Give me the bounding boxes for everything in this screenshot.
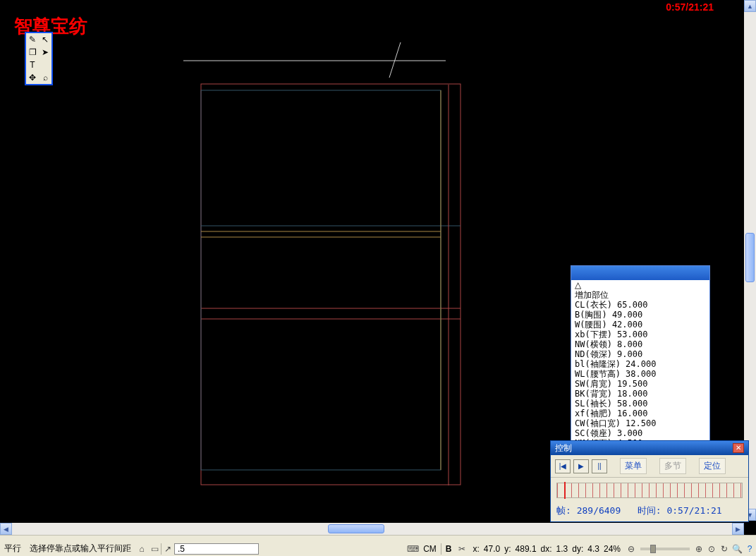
timeline[interactable] <box>556 483 743 498</box>
dy-label: dy: <box>568 544 587 554</box>
hscroll-thumb[interactable] <box>328 524 384 533</box>
play-button[interactable]: ▶ <box>573 459 589 473</box>
y-value: 489.1 <box>516 544 537 554</box>
control-toolbar: |◀ ▶ || 菜单 多节 定位 <box>551 455 748 478</box>
time-value: 0:57/21:21 <box>666 505 721 516</box>
status-bar: 平行 选择停靠点或输入平行间距 ⌂ ▭ ↗ ⌨ CM B ✂ x: 47.0 y… <box>0 535 756 556</box>
search-icon[interactable]: 🔍 <box>731 543 743 555</box>
menu-button[interactable]: 菜单 <box>620 458 647 474</box>
control-title: 控制 <box>555 442 572 454</box>
rewind-button[interactable]: |◀ <box>555 459 571 473</box>
select-tool[interactable]: ➤ <box>39 46 51 59</box>
timeline-position[interactable] <box>564 482 566 499</box>
control-titlebar[interactable]: 控制 ✕ <box>551 441 748 455</box>
copy-tool[interactable]: ❐ <box>26 46 39 59</box>
measurements-panel[interactable]: △ 增加部位 CL(衣长) 65.000B(胸围) 49.000W(腰围) 42… <box>571 265 710 449</box>
measurements-header: 增加部位 <box>571 290 709 300</box>
zoom-slider[interactable] <box>640 548 690 550</box>
zoom-value: 24% <box>599 544 625 554</box>
pen-tool[interactable]: ✎ <box>26 33 39 46</box>
scroll-left-icon[interactable]: ◀ <box>0 523 12 535</box>
x-value: 47.0 <box>484 544 500 554</box>
text-tool[interactable]: T <box>26 59 39 71</box>
measurements-rows: CL(衣长) 65.000B(胸围) 49.000W(腰围) 42.000xb(… <box>571 300 709 449</box>
fit-icon[interactable]: ⊙ <box>705 543 718 555</box>
measurement-row[interactable]: W(腰围) 42.000 <box>571 320 709 330</box>
hint-text: 选择停靠点或输入平行间距 <box>25 543 135 555</box>
dx-value: 1.3 <box>556 544 568 554</box>
zoom-slider-knob[interactable] <box>650 545 656 553</box>
refresh-icon[interactable]: ↻ <box>718 543 731 555</box>
measurement-row[interactable]: bl(袖隆深) 24.000 <box>571 359 709 369</box>
close-icon[interactable]: ✕ <box>733 443 744 453</box>
zoom-tool[interactable]: ⌕ <box>39 71 51 84</box>
multi-button[interactable]: 多节 <box>659 458 686 474</box>
measurement-row[interactable]: xb(下摆) 53.000 <box>571 330 709 339</box>
frame-value: 289/6409 <box>577 505 621 516</box>
parallel-distance-input[interactable] <box>174 543 259 555</box>
timeline-ticks <box>557 483 742 497</box>
svg-rect-2 <box>201 84 461 485</box>
blank-tool[interactable] <box>39 59 51 71</box>
x-label: x: <box>468 544 483 554</box>
measurement-row[interactable]: BK(背宽) 18.000 <box>571 389 709 399</box>
control-status: 帧: 289/6409 时间: 0:57/21:21 <box>551 503 748 521</box>
measurement-row[interactable]: ND(领深) 9.000 <box>571 349 709 359</box>
y-label: y: <box>500 544 515 554</box>
measurement-row[interactable]: SW(肩宽) 19.500 <box>571 379 709 389</box>
measurement-row[interactable]: B(胸围) 49.000 <box>571 310 709 320</box>
scroll-up-icon[interactable]: ▲ <box>744 0 756 12</box>
unit-label[interactable]: CM <box>419 544 441 554</box>
vscroll-thumb[interactable] <box>745 233 755 282</box>
svg-rect-5 <box>201 90 441 470</box>
timeline-wrap <box>551 478 748 503</box>
time-display: 0:57/21:21 <box>666 1 714 13</box>
measurement-row[interactable]: xf(袖肥) 16.000 <box>571 409 709 418</box>
toolbox: ✎ ↖ ❐ ➤ T ✥ ⌕ <box>25 32 53 85</box>
help-icon[interactable]: ? <box>743 543 756 555</box>
measurement-row[interactable]: WL(腰节高) 38.000 <box>571 369 709 379</box>
zoom-in-icon[interactable]: ⊕ <box>693 543 705 555</box>
frame-label: 帧: <box>556 505 571 516</box>
dy-value: 4.3 <box>587 544 599 554</box>
measurement-row[interactable]: CL(衣长) 65.000 <box>571 300 709 310</box>
svg-line-1 <box>389 42 401 78</box>
bold-toggle[interactable]: B <box>441 544 456 554</box>
scroll-right-icon[interactable]: ▶ <box>732 523 744 535</box>
measurement-row[interactable]: CW(袖口宽) 12.500 <box>571 418 709 428</box>
horizontal-scrollbar[interactable]: ◀ ▶ <box>0 523 744 535</box>
dx-label: dx: <box>537 544 556 554</box>
direct-select-tool[interactable]: ↖ <box>39 33 51 46</box>
measurement-row[interactable]: SL(袖长) 58.000 <box>571 399 709 409</box>
mode-label: 平行 <box>0 543 25 555</box>
snap1-icon[interactable]: ⌂ <box>135 543 148 555</box>
snap3-icon[interactable]: ↗ <box>161 543 174 555</box>
measurement-row[interactable]: NW(横领) 8.000 <box>571 339 709 349</box>
control-panel[interactable]: 控制 ✕ |◀ ▶ || 菜单 多节 定位 帧: 289/6409 时间: 0:… <box>550 440 749 522</box>
locate-button[interactable]: 定位 <box>699 458 726 474</box>
move-tool[interactable]: ✥ <box>26 71 39 84</box>
measure-icon[interactable]: ✂ <box>456 543 468 555</box>
measurements-titlebar[interactable] <box>571 266 709 280</box>
pause-button[interactable]: || <box>592 459 607 473</box>
zoom-out-icon[interactable]: ⊖ <box>625 543 638 555</box>
keyboard-icon[interactable]: ⌨ <box>406 543 419 555</box>
measurements-tri-icon: △ <box>571 280 709 290</box>
snap2-icon[interactable]: ▭ <box>148 543 161 555</box>
measurement-row[interactable]: SC(领座) 3.000 <box>571 428 709 438</box>
time-label: 时间: <box>638 505 662 516</box>
